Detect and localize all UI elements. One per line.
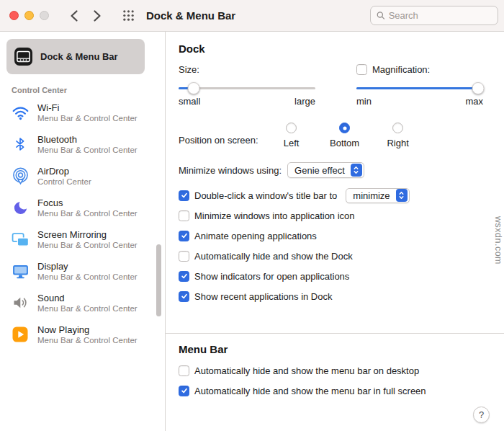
check-icon <box>181 272 188 280</box>
help-button[interactable]: ? <box>473 406 490 423</box>
sidebar-item-bluetooth[interactable]: Bluetooth Menu Bar & Control Center <box>0 128 165 160</box>
position-option-left[interactable]: Left <box>274 123 309 148</box>
show-indicators-row[interactable]: Show indicators for open applications <box>179 270 492 283</box>
radio-right[interactable] <box>392 123 403 133</box>
animate-opening-row[interactable]: Animate opening applications <box>179 229 492 242</box>
wifi-icon <box>11 103 30 122</box>
minimize-into-icon-row[interactable]: Minimize windows into application icon <box>179 209 492 222</box>
search-input[interactable] <box>389 10 492 21</box>
chevron-right-icon <box>92 9 102 22</box>
search-icon <box>377 11 385 20</box>
magnification-checkbox[interactable] <box>356 64 367 75</box>
focus-moon-icon <box>11 198 30 217</box>
size-label: Size: <box>179 64 315 75</box>
size-slider[interactable] <box>179 81 315 94</box>
screen-mirroring-icon <box>11 230 30 249</box>
minimize-effect-label: Minimize windows using: <box>179 165 282 176</box>
position-option-bottom[interactable]: Bottom <box>328 123 362 148</box>
position-option-right[interactable]: Right <box>381 123 415 148</box>
search-field[interactable] <box>370 6 498 25</box>
sidebar-item-screen-mirroring[interactable]: Screen Mirroring Menu Bar & Control Cent… <box>0 223 165 255</box>
window-controls <box>9 11 49 20</box>
chevron-left-icon <box>69 9 79 22</box>
display-icon <box>11 262 30 280</box>
sidebar-item-wifi[interactable]: Wi-Fi Menu Bar & Control Center <box>0 97 165 128</box>
dropdown-value: minimize <box>353 190 390 201</box>
menu-bar-heading: Menu Bar <box>179 343 492 355</box>
show-indicators-checkbox[interactable] <box>179 271 189 282</box>
system-preferences-window: Dock & Menu Bar Dock & Menu Bar Control … <box>0 0 504 431</box>
page-title: Dock & Menu Bar <box>146 9 235 22</box>
size-max-label: large <box>294 96 315 107</box>
sidebar-item-sound[interactable]: Sound Menu Bar & Control Center <box>0 287 165 319</box>
auto-hide-menubar-desktop-row[interactable]: Automatically hide and show the menu bar… <box>179 364 492 377</box>
auto-hide-dock-checkbox[interactable] <box>179 251 189 262</box>
dropdown-arrows-icon <box>396 189 408 202</box>
sound-speaker-icon <box>11 293 30 312</box>
position-radio-group: Left Bottom Right <box>274 123 415 148</box>
size-min-label: small <box>179 96 200 107</box>
size-slider-knob[interactable] <box>187 82 199 94</box>
slider-fill <box>356 87 478 90</box>
dock-menu-bar-icon <box>14 47 33 66</box>
bluetooth-icon <box>11 135 30 154</box>
magnification-label: Magnification: <box>372 64 430 75</box>
double-click-action-dropdown[interactable]: minimize <box>346 188 409 203</box>
now-playing-icon <box>11 325 30 344</box>
close-button[interactable] <box>9 11 19 20</box>
sidebar-item-now-playing[interactable]: Now Playing Menu Bar & Control Center <box>0 319 165 350</box>
sidebar-section-header: Control Center <box>12 86 165 94</box>
minimize-effect-dropdown[interactable]: Genie effect <box>287 162 364 178</box>
check-icon <box>181 232 188 239</box>
sidebar: Dock & Menu Bar Control Center Wi-Fi Men… <box>0 32 166 431</box>
watermark: wsxdn.com <box>493 216 503 265</box>
sidebar-item-airdrop[interactable]: AirDrop Control Center <box>0 160 165 192</box>
animate-opening-checkbox[interactable] <box>179 231 189 241</box>
dropdown-arrows-icon <box>351 164 362 177</box>
sidebar-item-label: Dock & Menu Bar <box>40 51 118 62</box>
magnification-slider[interactable] <box>356 81 483 94</box>
auto-hide-menubar-desktop-checkbox[interactable] <box>179 365 189 376</box>
show-recent-apps-row[interactable]: Show recent applications in Dock <box>179 290 492 303</box>
dock-settings-pane: Dock Size: small large <box>166 32 504 431</box>
dropdown-value: Genie effect <box>294 165 345 176</box>
back-button[interactable] <box>68 8 81 24</box>
double-click-checkbox[interactable] <box>179 190 189 201</box>
titlebar: Dock & Menu Bar <box>0 0 504 32</box>
magnification-min-label: min <box>356 96 372 107</box>
minimize-button[interactable] <box>24 11 34 20</box>
sidebar-item-dock-menu-bar[interactable]: Dock & Menu Bar <box>6 39 145 74</box>
show-all-settings-button[interactable] <box>122 9 135 22</box>
sidebar-item-display[interactable]: Display Menu Bar & Control Center <box>0 255 165 287</box>
magnification-max-label: max <box>465 96 483 107</box>
sidebar-scrollbar[interactable] <box>156 244 161 316</box>
double-click-title-bar-row[interactable]: Double-click a window's title bar to min… <box>179 189 492 202</box>
check-icon <box>181 192 188 199</box>
radio-left[interactable] <box>286 123 297 133</box>
magnification-slider-knob[interactable] <box>472 82 484 94</box>
position-label: Position on screen: <box>179 135 258 148</box>
radio-bottom[interactable] <box>339 123 350 133</box>
check-icon <box>181 293 188 300</box>
auto-hide-menubar-fullscreen-checkbox[interactable] <box>179 386 189 396</box>
sidebar-item-focus[interactable]: Focus Menu Bar & Control Center <box>0 192 165 223</box>
zoom-button <box>40 11 49 20</box>
show-recent-apps-checkbox[interactable] <box>179 291 189 302</box>
auto-hide-dock-row[interactable]: Automatically hide and show the Dock <box>179 249 492 262</box>
grid-icon <box>122 9 135 22</box>
auto-hide-menubar-fullscreen-row[interactable]: Automatically hide and show the menu bar… <box>179 384 492 397</box>
forward-button[interactable] <box>91 8 104 24</box>
minimize-into-icon-checkbox[interactable] <box>179 210 189 221</box>
check-icon <box>181 387 188 394</box>
airdrop-icon <box>11 166 30 185</box>
dock-heading: Dock <box>179 43 492 55</box>
